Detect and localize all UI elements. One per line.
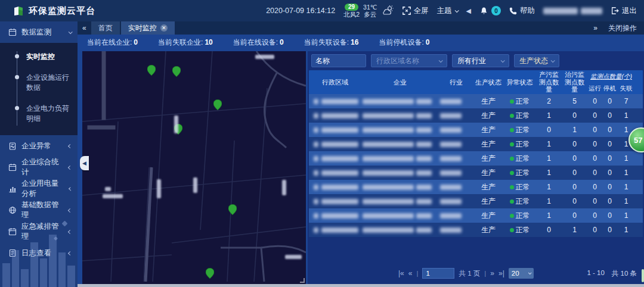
table-row[interactable]: 生产 正常 1 0 0 0 1 xyxy=(309,194,643,208)
notification-count-badge: 0 xyxy=(491,6,501,15)
table-row[interactable]: 生产 正常 1 0 0 0 1 xyxy=(309,166,643,180)
tab-label: 首页 xyxy=(98,23,113,33)
cell-abnormal-status: 正常 xyxy=(503,154,536,164)
cell-lost-count: 1 xyxy=(617,226,635,234)
tab-bar: « 首页 实时监控 ✕ » 关闭操作 xyxy=(78,21,644,35)
production-status-select[interactable]: 生产状态 xyxy=(514,54,559,67)
map-pin-marker[interactable] xyxy=(228,204,237,215)
redacted-text xyxy=(416,99,432,104)
table-body: 生产 正常 2 5 0 0 7 xyxy=(309,94,643,237)
cell-pollution-count: 1 xyxy=(536,154,562,163)
close-operations-button[interactable]: 关闭操作 xyxy=(608,23,637,33)
table-row[interactable]: 生产 正常 0 1 0 0 1 xyxy=(309,123,643,137)
redacted-text xyxy=(440,170,462,176)
tab-realtime-monitor[interactable]: 实时监控 ✕ xyxy=(121,21,175,35)
cell-stop-count: 0 xyxy=(602,197,617,205)
username-redacted[interactable] xyxy=(543,8,602,14)
status-dot-icon xyxy=(510,228,514,232)
cell-run-count: 0 xyxy=(587,154,602,163)
redacted-text xyxy=(416,213,432,219)
filter-bar: 行政区域名称 所有行业 生产状态 xyxy=(309,51,643,70)
map-area[interactable] xyxy=(82,51,306,284)
map-pin-marker[interactable] xyxy=(172,66,181,77)
cell-industry xyxy=(439,227,473,233)
map-pin-marker[interactable] xyxy=(213,99,222,110)
tabs-scroll-right-button[interactable]: » xyxy=(589,24,602,32)
tab-home[interactable]: 首页 xyxy=(91,21,120,35)
sidebar-group-enterprise-stats[interactable]: 企业综合统计 xyxy=(0,157,78,178)
map-road-label xyxy=(103,194,123,198)
cell-region xyxy=(309,185,361,190)
cell-industry xyxy=(439,185,473,190)
map-pin-marker[interactable] xyxy=(206,268,214,279)
logout-icon xyxy=(611,7,619,15)
fullscreen-button[interactable]: 全屏 xyxy=(402,6,429,16)
redacted-text xyxy=(321,142,358,147)
sidebar-submenu-item[interactable]: 企业设施运行数据 xyxy=(0,67,78,98)
sidebar-group-power-analysis[interactable]: 企业用电量分析 xyxy=(0,178,78,199)
cell-region xyxy=(309,127,361,133)
chevron-left-icon xyxy=(68,144,72,148)
cell-industry xyxy=(439,156,473,161)
table-row[interactable]: 生产 正常 1 0 0 0 1 xyxy=(309,151,643,166)
chevron-left-icon xyxy=(68,166,72,170)
map-road-label xyxy=(193,177,197,193)
sidebar: 数据监测 实时监控 企业设施运行数据 企业电力负荷明细 xyxy=(0,21,78,287)
map-collapse-handle[interactable]: ◀ xyxy=(80,156,89,170)
status-text: 正常 xyxy=(516,139,530,149)
table-row[interactable]: 生产 正常 2 5 0 0 7 xyxy=(309,94,643,108)
last-page-button[interactable]: »| xyxy=(499,269,504,277)
pager-divider: | xyxy=(416,270,418,277)
logout-label: 退出 xyxy=(622,6,637,16)
status-text: 正常 xyxy=(516,125,530,135)
table-row[interactable]: 生产 正常 1 0 0 0 1 xyxy=(309,108,643,123)
region-select[interactable]: 行政区域名称 xyxy=(371,54,447,67)
status-dot-icon xyxy=(510,128,514,132)
sidebar-group-enterprise-abnormal[interactable]: 企业异常 xyxy=(0,135,78,157)
redacted-text xyxy=(440,213,462,219)
cell-abnormal-status: 正常 xyxy=(503,211,536,221)
notification-button[interactable]: 0 xyxy=(479,6,501,15)
table-header: 行政区域 企业 行业 生产状态 异常状态 产污监测点数量 治污监测点数量 监测点… xyxy=(309,70,643,94)
tab-close-icon[interactable]: ✕ xyxy=(160,24,168,32)
stat-item: 当前失联设备:16 xyxy=(304,38,359,48)
app-logo-icon xyxy=(13,5,24,16)
theme-dropdown[interactable]: 主题 xyxy=(437,6,458,16)
cell-prod-status: 生产 xyxy=(473,182,503,192)
industry-select[interactable]: 所有行业 xyxy=(452,54,509,67)
table-row[interactable]: 生产 正常 1 0 0 0 1 xyxy=(309,137,643,151)
table-row[interactable]: 生产 正常 1 0 0 0 1 xyxy=(309,180,643,194)
submenu-item-label: 企业电力负荷明细 xyxy=(26,104,69,123)
redacted-text xyxy=(440,99,462,104)
sidebar-submenu-item[interactable]: 实时监控 xyxy=(0,46,78,67)
sidebar-submenu-item[interactable]: 企业电力负荷明细 xyxy=(0,98,78,129)
cell-pollution-count: 2 xyxy=(536,97,562,105)
sidebar-group-base-data[interactable]: 基础数据管理 xyxy=(0,199,78,221)
top-header: 环保监测云平台 2020-07-09 16:14:12 29 北风2 31℃ 多… xyxy=(0,0,644,21)
collapse-header-button[interactable]: ◀ xyxy=(466,7,471,15)
tabs-scroll-left-button[interactable]: « xyxy=(78,24,91,32)
next-page-button[interactable]: » xyxy=(490,269,494,277)
table-row[interactable]: 生产 正常 0 1 0 0 1 xyxy=(309,223,643,237)
redacted-text xyxy=(440,142,462,147)
status-dot-icon xyxy=(510,157,514,161)
cell-abnormal-status: 正常 xyxy=(503,196,536,207)
datetime: 2020-07-09 16:14:12 xyxy=(266,7,335,15)
map-pin-marker[interactable] xyxy=(147,65,156,76)
redacted-text xyxy=(440,227,462,233)
logout-button[interactable]: 退出 xyxy=(611,6,637,16)
cell-prod-status: 生产 xyxy=(473,96,503,107)
redacted-text xyxy=(314,213,318,219)
help-button[interactable]: 帮助 xyxy=(509,6,535,16)
map-resize-corner[interactable] xyxy=(300,278,305,283)
prev-page-button[interactable]: « xyxy=(408,269,413,277)
name-search-input[interactable] xyxy=(311,54,366,67)
sidebar-group-data-monitor[interactable]: 数据监测 xyxy=(0,21,78,43)
table-row[interactable]: 生产 正常 1 0 0 0 1 xyxy=(309,208,643,223)
page-number-input[interactable] xyxy=(422,268,454,279)
page-size-select[interactable]: 20 xyxy=(509,268,534,279)
scrollbar[interactable] xyxy=(642,269,644,282)
redacted-text xyxy=(363,156,414,161)
map-road-label xyxy=(282,180,286,195)
first-page-button[interactable]: |« xyxy=(398,269,404,277)
